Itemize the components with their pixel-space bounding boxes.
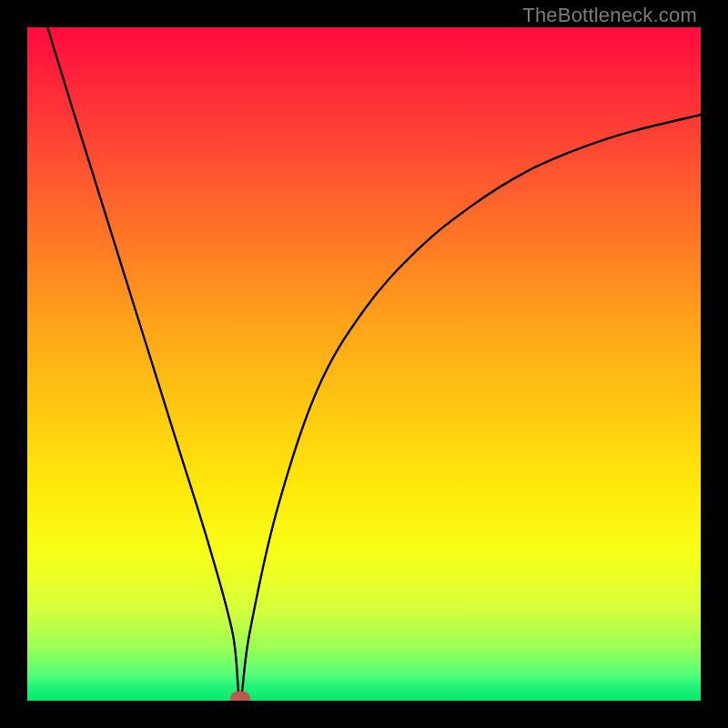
chart-frame: TheBottleneck.com [0, 0, 728, 728]
plot-area [27, 27, 701, 701]
curve-path [47, 27, 701, 698]
bottleneck-curve [27, 27, 701, 701]
watermark-text: TheBottleneck.com [522, 4, 697, 27]
minimum-marker [230, 692, 250, 701]
